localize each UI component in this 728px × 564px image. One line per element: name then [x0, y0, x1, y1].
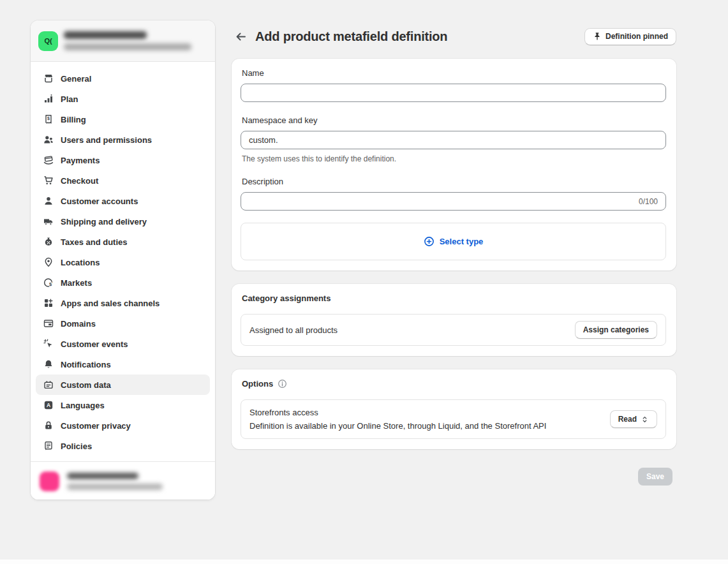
sidebar-item-apps-and-sales-channels[interactable]: Apps and sales channels [36, 293, 210, 313]
store-avatar: Q( [38, 31, 58, 51]
plus-circle-icon [424, 236, 435, 247]
sidebar-item-users-and-permissions[interactable]: Users and permissions [36, 130, 210, 150]
sidebar-item-customer-accounts[interactable]: Customer accounts [36, 191, 210, 211]
sidebar-item-label: Customer accounts [61, 197, 138, 206]
pin-icon [593, 32, 602, 41]
store-switcher[interactable]: Q( [31, 20, 215, 62]
sidebar-item-label: General [61, 74, 91, 84]
sidebar-item-label: Billing [61, 115, 86, 124]
sidebar-item-label: Users and permissions [61, 135, 152, 145]
sidebar-item-customer-privacy[interactable]: Customer privacy [36, 415, 210, 436]
sidebar-item-label: Customer events [61, 339, 128, 349]
page-title: Add product metafield definition [255, 29, 447, 44]
markets-icon [43, 278, 54, 288]
domains-icon [43, 318, 54, 329]
sidebar-item-notifications[interactable]: Notifications [36, 354, 210, 375]
page-header: Add product metafield definition Definit… [232, 27, 676, 45]
assign-categories-button[interactable]: Assign categories [575, 321, 657, 339]
definition-pinned-label: Definition pinned [605, 32, 668, 41]
user-email-redacted [67, 484, 163, 490]
sidebar-item-customer-events[interactable]: Customer events [36, 334, 210, 354]
namespace-help-text: The system uses this to identify the def… [242, 154, 666, 163]
storefronts-access-description: Definition is available in your Online S… [249, 421, 546, 431]
languages-icon [43, 400, 54, 410]
sidebar-item-label: Domains [61, 319, 96, 329]
sidebar-item-label: Custom data [61, 380, 111, 390]
sidebar-item-custom-data[interactable]: Custom data [36, 375, 210, 395]
sidebar-item-taxes-and-duties[interactable]: Taxes and duties [36, 232, 210, 252]
sidebar-item-label: Policies [61, 442, 92, 451]
settings-sidebar: Q( General Plan Billing Users and permis… [31, 20, 215, 500]
viewport-bottom-strip [0, 560, 728, 564]
billing-icon [43, 114, 54, 124]
footer-actions: Save [232, 468, 676, 486]
sidebar-item-label: Taxes and duties [61, 237, 128, 247]
sidebar-item-label: Plan [61, 94, 78, 104]
policies-icon [43, 441, 54, 451]
sidebar-item-domains[interactable]: Domains [36, 313, 210, 334]
options-title: Options [242, 379, 273, 389]
customer-events-icon [43, 339, 54, 349]
description-input[interactable] [241, 192, 666, 211]
sidebar-item-label: Notifications [61, 360, 111, 369]
sidebar-item-label: Markets [61, 278, 92, 288]
sidebar-item-shipping-and-delivery[interactable]: Shipping and delivery [36, 211, 210, 232]
sidebar-item-label: Checkout [61, 176, 98, 186]
namespace-label: Namespace and key [242, 115, 666, 125]
save-button[interactable]: Save [638, 468, 672, 486]
payments-icon [43, 155, 54, 165]
sidebar-item-label: Languages [61, 401, 105, 410]
location-pin-icon [43, 257, 54, 267]
bell-icon [43, 359, 54, 369]
sidebar-item-locations[interactable]: Locations [36, 252, 210, 272]
sidebar-item-general[interactable]: General [36, 68, 210, 89]
users-icon [43, 135, 54, 145]
truck-icon [43, 216, 54, 226]
category-assignment-status: Assigned to all products [249, 325, 338, 335]
description-label: Description [242, 177, 666, 186]
main-content: Add product metafield definition Definit… [232, 27, 676, 486]
apps-icon [43, 298, 54, 308]
sidebar-item-checkout[interactable]: Checkout [36, 170, 210, 191]
options-card: Options Storefronts access Definition is… [232, 369, 676, 449]
back-arrow-icon [235, 31, 247, 43]
name-label: Name [242, 68, 666, 78]
category-assignment-row: Assigned to all products Assign categori… [241, 314, 666, 346]
store-avatar-initials: Q( [44, 37, 52, 45]
storefronts-access-title: Storefronts access [249, 408, 546, 417]
name-input[interactable] [241, 84, 666, 102]
select-type-button[interactable]: Select type [241, 223, 666, 260]
custom-data-icon [43, 380, 54, 390]
sidebar-item-plan[interactable]: Plan [36, 89, 210, 109]
back-button[interactable] [234, 29, 248, 44]
sidebar-item-label: Payments [61, 156, 100, 165]
info-icon[interactable] [278, 379, 287, 389]
sidebar-item-label: Locations [61, 258, 100, 267]
user-name-redacted [67, 473, 138, 479]
definition-pinned-button[interactable]: Definition pinned [584, 28, 676, 45]
sidebar-item-label: Shipping and delivery [61, 217, 147, 226]
category-assignments-title: Category assignments [242, 293, 666, 303]
sidebar-item-billing[interactable]: Billing [36, 109, 210, 130]
store-name-redacted [64, 31, 147, 39]
settings-nav: General Plan Billing Users and permissio… [31, 62, 215, 461]
user-account-row[interactable] [31, 461, 215, 500]
select-type-label: Select type [440, 237, 484, 246]
sidebar-item-policies[interactable]: Policies [36, 436, 210, 456]
storefronts-access-row: Storefronts access Definition is availab… [241, 399, 666, 439]
plan-icon [43, 94, 54, 104]
store-domain-redacted [64, 43, 191, 50]
sidebar-item-markets[interactable]: Markets [36, 272, 210, 293]
storefronts-access-select[interactable]: Read [610, 410, 657, 428]
sidebar-item-label: Customer privacy [61, 421, 131, 431]
category-assignments-card: Category assignments Assigned to all pro… [232, 284, 676, 356]
updown-chevrons-icon [641, 415, 649, 424]
sidebar-item-languages[interactable]: Languages [36, 395, 210, 415]
sidebar-item-label: Apps and sales channels [61, 299, 160, 308]
taxes-icon [43, 237, 54, 247]
lock-icon [43, 420, 54, 431]
sidebar-item-payments[interactable]: Payments [36, 150, 210, 170]
storefronts-access-value: Read [618, 415, 637, 424]
user-avatar [40, 471, 59, 491]
namespace-input[interactable] [241, 131, 666, 149]
